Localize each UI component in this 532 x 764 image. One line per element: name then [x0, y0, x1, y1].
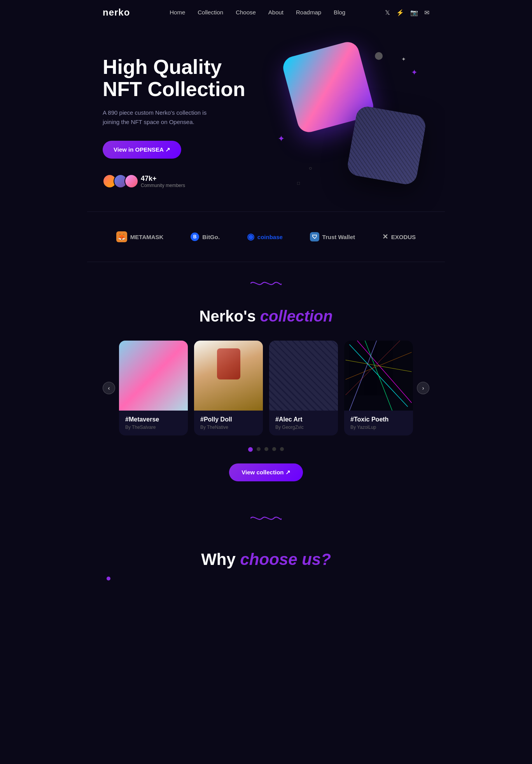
nav-collection[interactable]: Collection [198, 9, 223, 16]
nft-card-name-3: #Alec Art [275, 416, 332, 423]
decorative-dot [375, 52, 383, 60]
nav-links: Home Collection Choose About Roadmap Blo… [170, 9, 345, 16]
nft-card-image-2 [194, 341, 263, 411]
wavy-pattern [346, 105, 427, 186]
partner-trustwallet-label: Trust Wallet [322, 234, 355, 240]
nft-hero-blob-2 [346, 105, 427, 186]
star-icon-2: ✦ [411, 68, 418, 77]
wave-divider-2 [87, 505, 445, 542]
svg-line-5 [350, 341, 377, 411]
carousel-dot-4[interactable] [272, 447, 276, 451]
decorative-small-dot [107, 577, 110, 580]
nft-card-4: #Toxic Poeth By YazoiLup [344, 341, 413, 435]
star-icon-3: ✦ [278, 134, 285, 144]
hero-right: ✦ ✦ ✦ ○ □ [266, 48, 429, 196]
community-stats: 47k+ Community members [103, 174, 266, 188]
nav-about[interactable]: About [268, 9, 284, 16]
svg-line-1 [357, 341, 412, 403]
wave-divider-1 [87, 262, 445, 300]
hero-left: High Quality NFT Collection A 890 piece … [103, 48, 266, 188]
carousel-dot-3[interactable] [264, 447, 268, 451]
nav-roadmap[interactable]: Roadmap [296, 9, 321, 16]
exodus-icon: ✕ [382, 233, 388, 241]
nav-home[interactable]: Home [170, 9, 185, 16]
why-section: Why choose us? [87, 542, 445, 596]
partner-coinbase-label: coinbase [257, 234, 283, 240]
partner-metamask: 🦊 METAMASK [116, 231, 164, 242]
star-icon-1: ✦ [401, 56, 406, 62]
logo[interactable]: nerko [103, 7, 130, 18]
view-collection-button[interactable]: View collection ↗ [229, 463, 303, 481]
nft-card-author-4: By YazoiLup [350, 425, 407, 430]
view-collection-label: View collection ↗ [242, 469, 290, 476]
nft-card-name-4: #Toxic Poeth [350, 416, 407, 423]
nft-card-info-1: #Metaverse By TheSalvare [119, 411, 188, 435]
partner-bitgo: B BitGo. [191, 233, 220, 241]
carousel-dot-2[interactable] [257, 447, 261, 451]
nft-card-image-4 [344, 341, 413, 411]
nft-card-1: #Metaverse By TheSalvare [119, 341, 188, 435]
stat-number: 47k+ [141, 175, 185, 183]
partners-section: 🦊 METAMASK B BitGo. ◉ coinbase 🛡 Trust W… [87, 212, 445, 262]
collection-title-plain: Nerko's [200, 308, 256, 325]
discord-icon[interactable]: ⚡ [396, 9, 404, 16]
nft-card-image-3 [269, 341, 338, 411]
bitgo-icon: B [191, 233, 199, 241]
instagram-icon[interactable]: 📷 [410, 9, 418, 16]
partner-trustwallet: 🛡 Trust Wallet [310, 232, 355, 241]
avatar-group [103, 174, 135, 188]
nft-card-image-1 [119, 341, 188, 411]
nav-choose[interactable]: Choose [236, 9, 256, 16]
nft-card-author-2: By TheNative [200, 425, 257, 430]
carousel-dot-1[interactable] [248, 447, 253, 452]
stat-label: Community members [141, 183, 185, 188]
nft-card-name-1: #Metaverse [125, 416, 182, 423]
partner-metamask-label: METAMASK [130, 234, 164, 240]
opensea-button[interactable]: View in OPENSEA ↗ [103, 141, 181, 159]
hero-subtitle: A 890 piece custom Nerko's collection is… [103, 108, 219, 127]
partner-bitgo-label: BitGo. [202, 234, 220, 240]
stat-text: 47k+ Community members [141, 175, 185, 188]
nft-card-author-1: By TheSalvare [125, 425, 182, 430]
navbar: nerko Home Collection Choose About Roadm… [87, 0, 445, 25]
nft-card-info-4: #Toxic Poeth By YazoiLup [344, 411, 413, 435]
nft-card-2: #Polly Doll By TheNative [194, 341, 263, 435]
nft-cards-grid: #Metaverse By TheSalvare #Polly Doll By … [119, 341, 413, 435]
hero-section: High Quality NFT Collection A 890 piece … [87, 25, 445, 212]
nft-card-name-2: #Polly Doll [200, 416, 257, 423]
collection-title-highlight: collection [260, 308, 333, 325]
nft-card-3: #Alec Art By GeorgZvic [269, 341, 338, 435]
carousel-dot-5[interactable] [280, 447, 284, 451]
circle-outline: ○ [309, 165, 312, 171]
collection-title: Nerko's collection [103, 308, 429, 325]
nav-social: 𝕏 ⚡ 📷 ✉ [385, 9, 429, 16]
nav-blog[interactable]: Blog [334, 9, 345, 16]
twitter-icon[interactable]: 𝕏 [385, 9, 390, 16]
collection-carousel: ‹ #Metaverse By TheSalvare #Polly Doll B… [103, 341, 429, 435]
nft-card-info-3: #Alec Art By GeorgZvic [269, 411, 338, 435]
email-icon[interactable]: ✉ [424, 9, 429, 16]
why-title-highlight: choose us? [240, 550, 331, 568]
nft-card-author-3: By GeorgZvic [275, 425, 332, 430]
why-title: Why choose us? [103, 550, 429, 569]
square-outline: □ [297, 180, 300, 186]
trustwallet-icon: 🛡 [310, 232, 319, 241]
coinbase-icon: ◉ [247, 232, 254, 242]
carousel-prev-button[interactable]: ‹ [103, 382, 115, 394]
collection-section: Nerko's collection ‹ #Metaverse By TheSa… [87, 300, 445, 505]
carousel-next-button[interactable]: › [417, 382, 429, 394]
partner-coinbase: ◉ coinbase [247, 232, 283, 242]
avatar [124, 174, 138, 188]
metamask-icon: 🦊 [116, 231, 127, 242]
hero-title: High Quality NFT Collection [103, 56, 266, 100]
partner-exodus: ✕ EXODUS [382, 233, 416, 241]
nft-card-info-2: #Polly Doll By TheNative [194, 411, 263, 435]
why-title-plain: Why [201, 550, 236, 568]
partner-exodus-label: EXODUS [391, 234, 416, 240]
carousel-dots [103, 447, 429, 452]
